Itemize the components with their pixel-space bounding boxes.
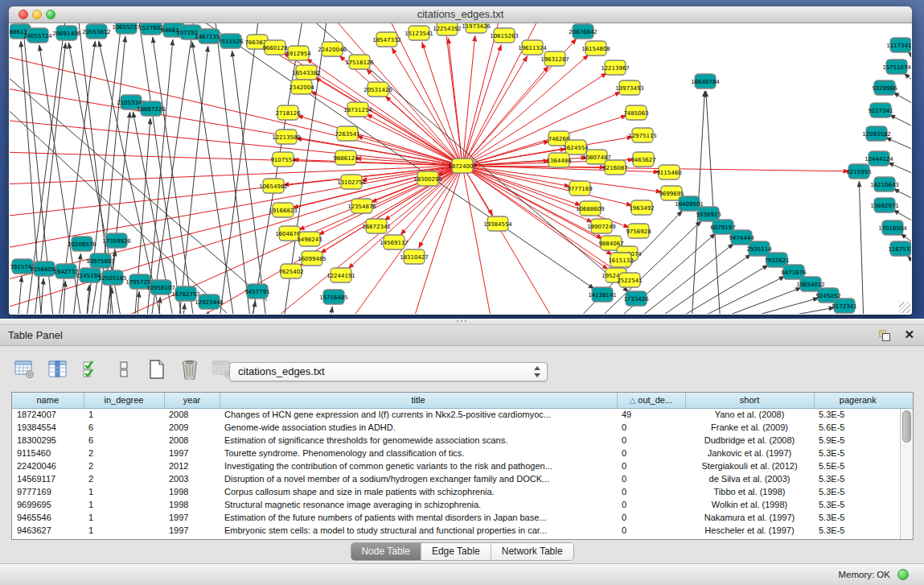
graph-node[interactable]: 12505185 xyxy=(98,270,127,285)
graph-node[interactable]: 20206576 xyxy=(68,237,97,251)
network-view-window[interactable]: citations_edges.txt 18724007766382296601… xyxy=(9,6,912,315)
graph-node[interactable]: 18907249 xyxy=(587,219,616,233)
graph-node[interactable]: 20553812 xyxy=(82,24,111,39)
graph-node[interactable]: 9115460 xyxy=(656,165,681,179)
graph-node[interactable]: 16154808 xyxy=(581,41,610,56)
graph-node[interactable]: 1942737 xyxy=(53,264,78,278)
graph-node[interactable]: 7485063 xyxy=(623,105,648,120)
graph-node[interactable]: 1624554 xyxy=(563,140,589,154)
table-selector-dropdown[interactable]: citations_edges.txt xyxy=(229,362,548,381)
zoom-button[interactable] xyxy=(46,10,55,19)
graph-node[interactable]: 12213589 xyxy=(272,130,301,144)
graph-node[interactable]: 17359926 xyxy=(102,233,131,248)
graph-node[interactable]: 7263541 xyxy=(335,126,359,141)
graph-node[interactable]: 12975115 xyxy=(628,128,657,142)
graph-node[interactable]: 10688609 xyxy=(576,201,605,216)
graph-node[interactable]: 10615263 xyxy=(490,28,519,43)
graph-node[interactable]: 10655257 xyxy=(112,23,141,34)
graph-node[interactable]: 20876842 xyxy=(569,24,598,39)
table-row[interactable]: 1872400712008Changes of HCN gene express… xyxy=(12,408,901,421)
graph-node[interactable]: 12254392 xyxy=(433,23,462,35)
graph-node[interactable]: 9777169 xyxy=(567,181,592,196)
graph-node[interactable]: 11173415 xyxy=(886,38,911,52)
graph-node[interactable]: 16099485 xyxy=(298,251,326,266)
create-table-icon[interactable] xyxy=(145,356,169,382)
graph-node[interactable]: 18547332 xyxy=(372,32,401,47)
graph-node[interactable]: 18724007 xyxy=(448,159,477,173)
vertical-scrollbar[interactable] xyxy=(900,409,913,539)
graph-node[interactable]: 9227341 xyxy=(868,103,893,117)
column-header-pagerank[interactable]: pagerank xyxy=(814,393,901,408)
table-row[interactable]: 2242004622012Investigating the contribut… xyxy=(12,459,901,472)
window-resize-grip[interactable] xyxy=(899,302,910,313)
graph-node[interactable]: 9463627 xyxy=(630,152,655,167)
table-row[interactable]: 1938455462009Genome-wide association stu… xyxy=(12,421,901,434)
delete-trash-icon[interactable] xyxy=(178,356,202,382)
graph-node[interactable]: 2718126 xyxy=(275,105,301,120)
graph-node[interactable]: 9107554 xyxy=(270,152,296,167)
graph-node[interactable]: 24055724 xyxy=(23,28,52,43)
column-header-title[interactable]: title xyxy=(220,393,617,408)
graph-node[interactable]: 19166823 xyxy=(269,203,298,217)
close-button[interactable] xyxy=(18,10,28,19)
graph-node[interactable]: 2342004 xyxy=(289,80,314,94)
column-header-short[interactable]: short xyxy=(685,393,814,408)
column-header-name[interactable]: name xyxy=(12,393,84,408)
graph-node[interactable]: 10654982 xyxy=(259,179,288,193)
divider-grip-icon[interactable] xyxy=(457,320,466,323)
graph-node[interactable]: 93975887 xyxy=(86,253,115,268)
graph-node[interactable]: 1364486 xyxy=(546,153,572,167)
graph-node[interactable]: 9660128 xyxy=(262,40,287,55)
graph-node[interactable]: 9172341 xyxy=(832,299,856,313)
graph-node[interactable]: 12444124 xyxy=(864,151,893,166)
table-row[interactable]: 911546021997Tourette syndrome. Phenomeno… xyxy=(12,447,901,459)
tab-network-table[interactable]: Network Table xyxy=(491,543,573,560)
close-panel-icon[interactable]: ✕ xyxy=(904,328,914,342)
graph-node[interactable]: 17016504 xyxy=(878,220,907,235)
table-row[interactable]: 969969511998Structural magnetic resonanc… xyxy=(12,498,901,511)
graph-node[interactable]: 1167533 xyxy=(888,241,911,256)
graph-node[interactable]: 9329966 xyxy=(872,80,897,95)
graph-node[interactable]: 6216087 xyxy=(602,160,627,175)
graph-node[interactable]: 16872341 xyxy=(362,219,391,233)
tab-node-table[interactable]: Node Table xyxy=(351,543,421,560)
minimize-button[interactable] xyxy=(32,10,42,19)
graph-node[interactable]: 16543382 xyxy=(292,65,321,80)
graph-node[interactable]: 9886124 xyxy=(333,150,359,165)
table-row[interactable]: 1456911722003Disruption of a novel membe… xyxy=(12,472,901,485)
graph-node[interactable]: 11973426 xyxy=(462,23,491,33)
graph-node[interactable]: 1963492 xyxy=(629,200,654,215)
graph-node[interactable]: 1733426 xyxy=(623,291,649,306)
table-row[interactable]: 946362711997Embryonic stem cells: a mode… xyxy=(12,524,901,537)
citation-graph[interactable]: 1872400776638229660128591295416543382234… xyxy=(10,23,911,314)
graph-node[interactable]: 12244191 xyxy=(326,268,355,282)
graph-node[interactable]: 7625402 xyxy=(278,264,303,278)
graph-node[interactable]: 7515526 xyxy=(218,34,244,48)
graph-node[interactable]: 16887226 xyxy=(137,101,166,116)
select-all-columns-icon[interactable] xyxy=(79,356,103,382)
graph-node[interactable]: 10973493 xyxy=(615,80,644,95)
graph-node[interactable]: 18310427 xyxy=(400,249,429,264)
graph-node[interactable]: 18731254 xyxy=(343,102,372,117)
graph-node[interactable]: 5912954 xyxy=(285,46,311,60)
graph-node[interactable]: 9756928 xyxy=(626,224,651,238)
network-canvas[interactable]: 1872400776638229660128591295416543382234… xyxy=(10,23,911,314)
graph-node[interactable]: 12093582 xyxy=(862,126,891,141)
graph-node[interactable]: 8215955 xyxy=(846,164,871,179)
graph-node[interactable]: 16648784 xyxy=(691,74,720,89)
graph-node[interactable]: 19631287 xyxy=(540,51,569,66)
graph-node[interactable]: 18300295 xyxy=(413,171,442,186)
tab-edge-table[interactable]: Edge Table xyxy=(421,543,491,560)
column-header-out_degree[interactable]: △ out_de... xyxy=(617,393,685,408)
graph-node[interactable]: 15751074 xyxy=(882,60,911,74)
table-row[interactable]: 946554611997Estimation of the future num… xyxy=(12,511,901,524)
graph-node[interactable]: 1527602 xyxy=(138,23,163,35)
column-header-in_degree[interactable]: in_degree xyxy=(84,393,164,408)
row-height-icon[interactable] xyxy=(112,356,136,382)
graph-node[interactable]: 19384554 xyxy=(483,216,512,231)
graph-node[interactable]: 13102754 xyxy=(337,175,366,189)
graph-node[interactable]: 9457791 xyxy=(244,284,269,299)
table-settings-icon[interactable] xyxy=(13,356,37,382)
graph-node[interactable]: 15716485 xyxy=(319,290,348,304)
graph-node[interactable]: 14569117 xyxy=(380,235,409,249)
